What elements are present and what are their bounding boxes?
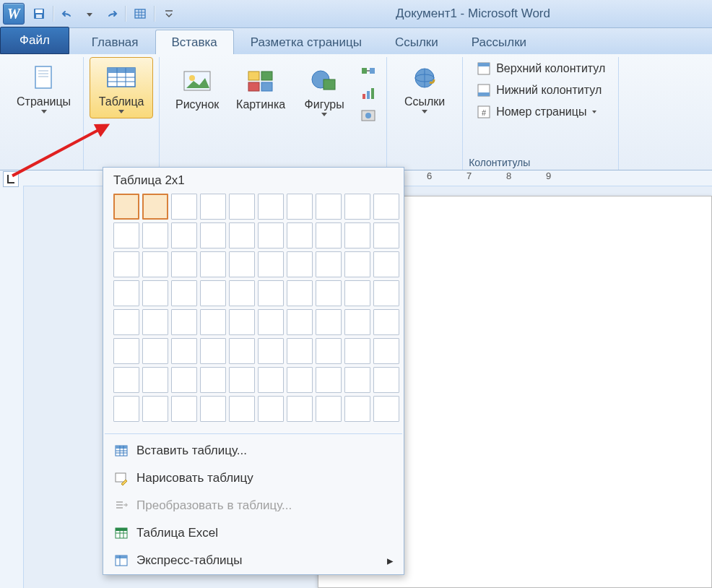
- grid-cell[interactable]: [258, 222, 284, 248]
- grid-cell[interactable]: [258, 367, 284, 393]
- shapes-button[interactable]: Фигуры: [292, 60, 356, 121]
- tab-file[interactable]: Файл: [0, 27, 69, 54]
- grid-cell[interactable]: [142, 396, 168, 422]
- grid-cell[interactable]: [171, 280, 197, 306]
- grid-cell[interactable]: [113, 396, 139, 422]
- footer-button[interactable]: Нижний колонтитул: [472, 80, 609, 100]
- grid-cell[interactable]: [229, 222, 255, 248]
- save-icon[interactable]: [29, 4, 49, 24]
- picture-button[interactable]: Рисунок: [165, 60, 229, 116]
- grid-cell[interactable]: [142, 194, 168, 220]
- grid-cell[interactable]: [316, 194, 342, 220]
- grid-cell[interactable]: [142, 309, 168, 335]
- grid-cell[interactable]: [258, 194, 284, 220]
- grid-cell[interactable]: [200, 396, 226, 422]
- undo-icon[interactable]: [58, 4, 78, 24]
- grid-cell[interactable]: [287, 280, 313, 306]
- insert-table-item[interactable]: Вставить таблицу...: [103, 437, 404, 464]
- grid-cell[interactable]: [113, 222, 139, 248]
- grid-cell[interactable]: [344, 280, 370, 306]
- grid-cell[interactable]: [229, 251, 255, 277]
- tab-insert[interactable]: Вставка: [155, 30, 234, 54]
- grid-cell[interactable]: [316, 367, 342, 393]
- screenshot-icon[interactable]: [360, 108, 376, 126]
- grid-cell[interactable]: [287, 194, 313, 220]
- clipart-button[interactable]: Картинка: [229, 60, 292, 116]
- grid-cell[interactable]: [171, 194, 197, 220]
- grid-cell[interactable]: [200, 280, 226, 306]
- grid-cell[interactable]: [344, 338, 370, 364]
- grid-cell[interactable]: [316, 396, 342, 422]
- grid-cell[interactable]: [344, 309, 370, 335]
- grid-cell[interactable]: [316, 251, 342, 277]
- grid-cell[interactable]: [171, 396, 197, 422]
- tab-mailings[interactable]: Рассылки: [455, 30, 543, 54]
- grid-cell[interactable]: [287, 251, 313, 277]
- grid-cell[interactable]: [113, 338, 139, 364]
- vertical-ruler[interactable]: [0, 167, 24, 588]
- links-button[interactable]: Ссылки: [393, 57, 456, 118]
- grid-cell[interactable]: [287, 396, 313, 422]
- table-button[interactable]: Таблица: [90, 57, 153, 118]
- grid-cell[interactable]: [200, 222, 226, 248]
- grid-cell[interactable]: [344, 396, 370, 422]
- grid-cell[interactable]: [171, 367, 197, 393]
- grid-cell[interactable]: [258, 396, 284, 422]
- grid-cell[interactable]: [373, 222, 399, 248]
- grid-cell[interactable]: [200, 367, 226, 393]
- grid-cell[interactable]: [229, 396, 255, 422]
- grid-cell[interactable]: [200, 194, 226, 220]
- qat-customize-icon[interactable]: [159, 4, 179, 24]
- grid-cell[interactable]: [229, 338, 255, 364]
- grid-cell[interactable]: [113, 367, 139, 393]
- pages-button[interactable]: Страницы: [10, 57, 77, 118]
- tab-home[interactable]: Главная: [75, 30, 155, 54]
- grid-cell[interactable]: [258, 251, 284, 277]
- grid-cell[interactable]: [344, 222, 370, 248]
- grid-cell[interactable]: [287, 338, 313, 364]
- redo-icon[interactable]: [101, 4, 121, 24]
- grid-cell[interactable]: [316, 222, 342, 248]
- grid-cell[interactable]: [316, 338, 342, 364]
- grid-cell[interactable]: [171, 251, 197, 277]
- grid-cell[interactable]: [113, 194, 139, 220]
- grid-cell[interactable]: [373, 367, 399, 393]
- chart-icon[interactable]: [360, 85, 376, 103]
- grid-cell[interactable]: [229, 280, 255, 306]
- grid-cell[interactable]: [200, 309, 226, 335]
- grid-cell[interactable]: [142, 222, 168, 248]
- grid-cell[interactable]: [373, 396, 399, 422]
- grid-cell[interactable]: [258, 309, 284, 335]
- grid-cell[interactable]: [142, 280, 168, 306]
- grid-cell[interactable]: [113, 309, 139, 335]
- grid-cell[interactable]: [344, 367, 370, 393]
- grid-cell[interactable]: [344, 194, 370, 220]
- draw-table-item[interactable]: Нарисовать таблицу: [103, 464, 404, 492]
- grid-cell[interactable]: [287, 309, 313, 335]
- grid-cell[interactable]: [373, 194, 399, 220]
- grid-cell[interactable]: [142, 251, 168, 277]
- grid-cell[interactable]: [229, 309, 255, 335]
- quick-tables-item[interactable]: Экспресс-таблицы ▸: [103, 547, 404, 574]
- grid-cell[interactable]: [113, 280, 139, 306]
- excel-table-item[interactable]: Таблица Excel: [103, 519, 404, 547]
- tab-layout[interactable]: Разметка страницы: [234, 30, 378, 54]
- grid-cell[interactable]: [287, 367, 313, 393]
- grid-cell[interactable]: [200, 251, 226, 277]
- grid-cell[interactable]: [142, 367, 168, 393]
- grid-cell[interactable]: [229, 367, 255, 393]
- grid-cell[interactable]: [373, 251, 399, 277]
- grid-cell[interactable]: [373, 280, 399, 306]
- header-button[interactable]: Верхний колонтитул: [472, 59, 609, 79]
- grid-cell[interactable]: [373, 338, 399, 364]
- undo-dropdown-icon[interactable]: [79, 4, 100, 24]
- word-app-icon[interactable]: W: [3, 3, 25, 25]
- table-grid-picker[interactable]: [103, 194, 404, 431]
- grid-cell[interactable]: [287, 222, 313, 248]
- grid-cell[interactable]: [200, 338, 226, 364]
- grid-cell[interactable]: [171, 309, 197, 335]
- grid-cell[interactable]: [258, 338, 284, 364]
- grid-cell[interactable]: [171, 338, 197, 364]
- grid-cell[interactable]: [171, 222, 197, 248]
- qat-table-icon[interactable]: [130, 4, 150, 24]
